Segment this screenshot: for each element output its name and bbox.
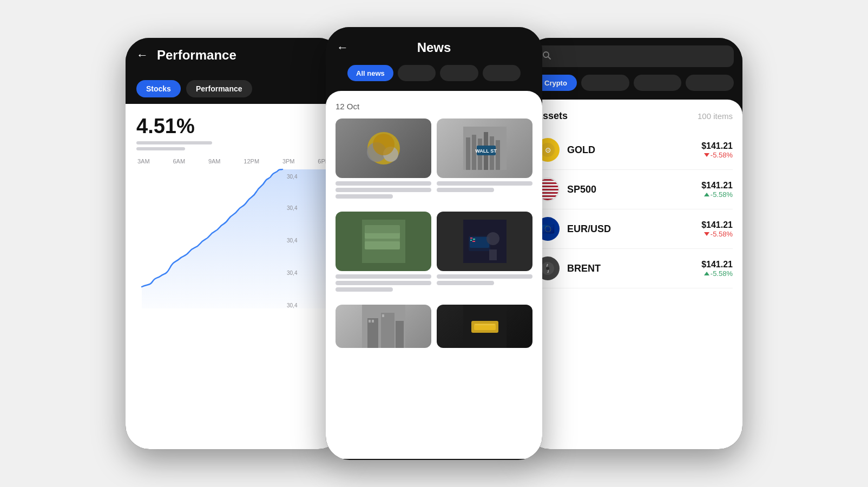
crypto-tab-3[interactable]: [634, 75, 682, 91]
news-img-wallst: WALL ST: [437, 119, 532, 178]
svg-text:30,4: 30,4: [287, 205, 298, 211]
svg-text:⊙: ⊙: [545, 146, 551, 154]
perf-card: 4.51% 3AM 6AM 9AM 12PM 3PM 6PM: [126, 104, 342, 449]
asset-price-value-gold: $141.21: [701, 141, 733, 151]
asset-name-brent: BRENT: [567, 263, 694, 274]
asset-price-value-brent: $141.21: [701, 260, 733, 269]
news-text-3: [336, 274, 431, 292]
eu-flag-emoji: 🇪🇺: [541, 222, 555, 235]
svg-text:30,4: 30,4: [287, 302, 298, 308]
svg-rect-27: [473, 239, 475, 240]
svg-rect-42: [475, 324, 495, 325]
asset-price-sp500: $141.21 -5.58%: [701, 181, 733, 199]
svg-rect-25: [470, 237, 489, 248]
triangle-up-sp500: [704, 193, 709, 196]
asset-name-eurusd: EUR/USD: [567, 223, 694, 235]
news-item-4[interactable]: [437, 212, 532, 299]
news-body: 12 Oct: [326, 91, 542, 459]
svg-rect-34: [381, 313, 394, 348]
news-text-4: [437, 274, 532, 285]
asset-change-gold: -5.58%: [701, 151, 733, 159]
svg-point-30: [486, 232, 499, 245]
news-tab-2[interactable]: [398, 65, 436, 81]
asset-change-eurusd: -5.58%: [701, 230, 733, 238]
news-row-2: [336, 212, 532, 299]
crypto-tab-2[interactable]: [581, 75, 629, 91]
asset-price-value-sp500: $141.21: [701, 181, 733, 190]
news-item-3[interactable]: [336, 212, 431, 299]
svg-rect-21: [365, 225, 400, 233]
news-item-6[interactable]: [437, 305, 532, 348]
news-back-button[interactable]: ←: [337, 41, 348, 55]
news-tab-4[interactable]: [483, 65, 521, 81]
perf-percent-value: 4.51%: [136, 115, 331, 138]
svg-rect-37: [372, 320, 374, 323]
news-row-3: [336, 305, 532, 348]
svg-text:30,4: 30,4: [287, 270, 298, 276]
time-12pm: 12PM: [244, 158, 259, 164]
asset-row-eurusd[interactable]: 🇪🇺 EUR/USD $141.21 -5.58%: [536, 209, 733, 249]
svg-point-48: [546, 267, 549, 270]
triangle-up-brent: [704, 272, 709, 275]
asset-row-sp500[interactable]: SP500 $141.21 -5.58%: [536, 170, 733, 209]
news-row-1: WALL ST: [336, 119, 532, 206]
tab-performance[interactable]: Performance: [186, 80, 252, 97]
svg-rect-22: [365, 241, 400, 249]
time-6am: 6AM: [173, 158, 185, 164]
triangle-down-gold: [704, 153, 709, 157]
asset-price-brent: $141.21 -5.58%: [701, 260, 733, 278]
news-text-1: [336, 181, 431, 199]
svg-rect-10: [466, 137, 470, 170]
news-date: 12 Oct: [336, 102, 532, 111]
phone-crypto: Crypto Assets 100 items ⊙ GOLD: [526, 38, 742, 449]
news-tab-all[interactable]: All news: [347, 65, 393, 81]
news-img-building: [336, 305, 431, 348]
time-9am: 9AM: [208, 158, 221, 164]
perf-tabs: Stocks Performance: [126, 71, 342, 104]
perf-line-1: [136, 141, 212, 144]
tab-stocks[interactable]: Stocks: [136, 80, 181, 97]
svg-rect-38: [382, 314, 384, 317]
asset-change-brent: -5.58%: [701, 269, 733, 278]
chart-area: 30,4 30,4 30,4 30,4 30,4: [136, 168, 331, 330]
news-header-row: ← News: [337, 40, 531, 55]
asset-price-gold: $141.21 -5.58%: [701, 141, 733, 159]
perf-back-button[interactable]: ←: [136, 48, 148, 62]
assets-card: Assets 100 items ⊙ GOLD $141.21 -5.58%: [526, 100, 742, 449]
phones-container: ← Performance Stocks Performance 4.51% 3…: [0, 0, 868, 487]
svg-rect-31: [489, 249, 497, 260]
search-icon: [542, 51, 551, 62]
phone-performance: ← Performance Stocks Performance 4.51% 3…: [126, 38, 342, 449]
news-tab-3[interactable]: [440, 65, 478, 81]
news-header: ← News All news: [326, 27, 542, 91]
svg-rect-33: [367, 318, 378, 348]
svg-rect-26: [470, 238, 472, 239]
asset-price-value-eurusd: $141.21: [701, 220, 733, 230]
svg-text:30,4: 30,4: [287, 238, 298, 244]
svg-line-44: [548, 57, 550, 59]
news-title: News: [417, 40, 451, 55]
svg-rect-35: [396, 321, 404, 348]
crypto-tab-4[interactable]: [686, 75, 734, 91]
svg-rect-29: [472, 241, 475, 242]
svg-rect-28: [470, 240, 472, 241]
svg-text:WALL ST: WALL ST: [475, 148, 497, 154]
perf-header: ← Performance: [126, 38, 342, 71]
triangle-down-eurusd: [704, 232, 709, 236]
asset-row-gold[interactable]: ⊙ GOLD $141.21 -5.58%: [536, 130, 733, 170]
asset-price-eurusd: $141.21 -5.58%: [701, 220, 733, 238]
news-item-2[interactable]: WALL ST: [437, 119, 532, 206]
time-3pm: 3PM: [282, 158, 295, 164]
perf-title: Performance: [157, 48, 236, 63]
news-item-1[interactable]: [336, 119, 431, 206]
news-item-5[interactable]: [336, 305, 431, 348]
assets-count: 100 items: [698, 111, 733, 121]
asset-row-brent[interactable]: BRENT $141.21 -5.58%: [536, 249, 733, 288]
performance-chart: 30,4 30,4 30,4 30,4 30,4: [136, 168, 331, 319]
svg-text:30,4: 30,4: [287, 174, 298, 180]
news-filter-tabs: All news: [337, 65, 531, 91]
asset-change-sp500: -5.58%: [701, 190, 733, 199]
news-img-trader: [437, 212, 532, 271]
search-input-wrap[interactable]: [535, 45, 734, 67]
time-3am: 3AM: [137, 158, 150, 164]
